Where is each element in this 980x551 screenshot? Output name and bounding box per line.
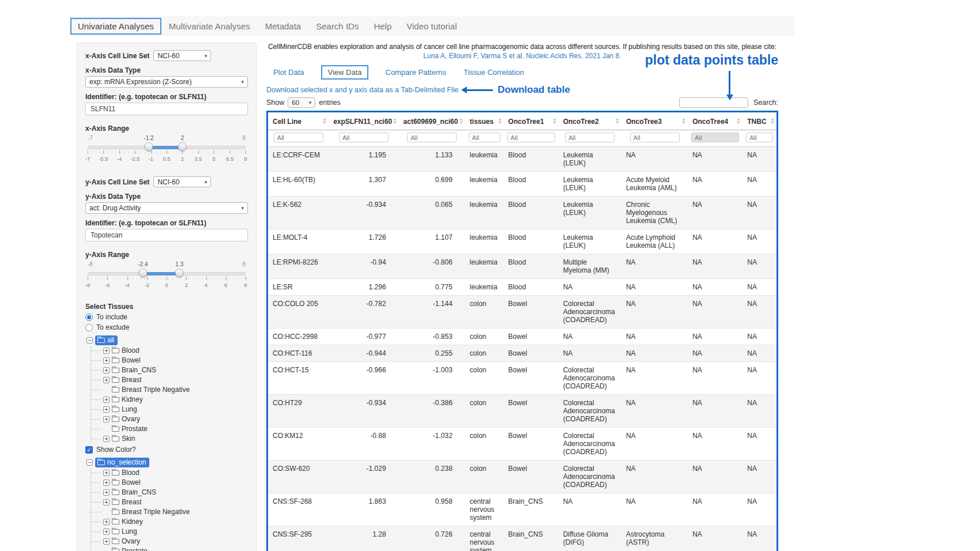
table-row[interactable]: CO:COLO 205-0.782-1.144colonBowelColorec…	[268, 296, 777, 329]
filter-input-tnbc[interactable]	[746, 133, 773, 142]
include-tree-item-ovary[interactable]: +Ovary	[97, 414, 248, 424]
table-row[interactable]: CO:HCT-116-0.9440.255colonBowelNANANANA	[268, 345, 777, 362]
sort-icon[interactable]	[616, 118, 619, 124]
filter-input-oncotree4[interactable]	[691, 133, 739, 142]
y-axis-cell-line-set-select[interactable]: NCI-60 ▾	[153, 176, 211, 187]
table-row[interactable]: LE:HL-60(TB)1.3070.699leukemiaBloodLeuke…	[268, 172, 777, 197]
tab-view-data[interactable]: View Data	[321, 65, 368, 80]
tab-compare-patterns[interactable]: Compare Patterns	[386, 68, 447, 77]
table-row[interactable]: LE:SR1.2960.775leukemiaBloodNANANANA	[268, 279, 777, 296]
expand-icon[interactable]: +	[103, 470, 110, 476]
table-row[interactable]: CO:KM12-0.88-1.032colonBowelColorectal A…	[268, 428, 777, 461]
include-tree-item-brain-cns[interactable]: +Brain_CNS	[97, 365, 248, 375]
sort-icon[interactable]	[682, 118, 685, 124]
expand-icon[interactable]: +	[103, 377, 110, 383]
include-tree-item-breast-triple-negative[interactable]: Breast Triple Negative	[97, 385, 248, 394]
expand-icon[interactable]: +	[103, 406, 110, 413]
selection-tree-item-breast[interactable]: +Breast	[97, 497, 248, 507]
table-row[interactable]: LE:CCRF-CEM1.1951.133leukemiaBloodLeukem…	[268, 147, 777, 172]
include-tree-item-prostate[interactable]: Prostate	[97, 424, 248, 433]
table-row[interactable]: CNS:SF-2951.280.726central nervous syste…	[268, 526, 777, 551]
x-axis-range-slider[interactable]: -78-1.22-7-5.5-4-2.5-10.523.556.58	[88, 135, 246, 167]
selection-tree-item-ovary[interactable]: +Ovary	[97, 537, 248, 546]
selection-tree-item-blood[interactable]: +Blood	[97, 468, 248, 477]
include-tree-item-blood[interactable]: +Blood	[97, 346, 248, 355]
col-header-tissues[interactable]: tissues	[465, 112, 504, 130]
nav-item-search-ids[interactable]: Search IDs	[308, 18, 366, 35]
search-input[interactable]	[679, 97, 748, 108]
col-header-act609699-nci60[interactable]: act609699_nci60	[399, 112, 465, 130]
col-header-oncotree1[interactable]: OncoTree1	[504, 112, 559, 130]
y-axis-data-type-select[interactable]: act: Drug Activity ▾	[85, 202, 248, 214]
tissues-include-radio[interactable]: To include	[85, 313, 248, 321]
expand-icon[interactable]: +	[103, 436, 110, 442]
filter-input-oncotree2[interactable]	[565, 133, 615, 142]
include-collapse-icon[interactable]: −	[86, 337, 93, 344]
citation-link[interactable]: Luna A, Elloumi F, Varma S et al. Nuclei…	[423, 52, 621, 60]
filter-input-expslfn11-nci60[interactable]	[339, 133, 389, 142]
sort-icon[interactable]	[498, 118, 502, 124]
expand-icon[interactable]: +	[103, 348, 110, 354]
nav-item-multivariate-analyses[interactable]: Multivariate Analyses	[161, 18, 258, 35]
y-slider-handle-to[interactable]	[175, 269, 184, 277]
col-header-expslfn11-nci60[interactable]: expSLFN11_nci60	[329, 112, 398, 130]
filter-input-oncotree1[interactable]	[507, 133, 555, 142]
x-axis-data-type-select[interactable]: exp: mRNA Expression (Z-Score) ▾	[85, 76, 248, 88]
sort-icon[interactable]	[737, 118, 740, 124]
col-header-oncotree3[interactable]: OncoTree3	[621, 112, 688, 130]
selection-tree-item-bowel[interactable]: +Bowel	[97, 478, 248, 487]
nav-item-metadata[interactable]: Metadata	[258, 18, 309, 35]
include-tree-item-bowel[interactable]: +Bowel	[97, 356, 248, 365]
x-slider-handle-to[interactable]	[178, 142, 187, 151]
table-row[interactable]: CNS:SF-2681.8630.958central nervous syst…	[268, 493, 777, 526]
table-row[interactable]: LE:MOLT-41.7261.107leukemiaBloodLeukemia…	[268, 229, 777, 254]
include-tree-root[interactable]: all	[95, 335, 118, 345]
expand-icon[interactable]: +	[103, 357, 110, 364]
x-axis-identifier-input[interactable]	[85, 103, 248, 115]
include-tree-item-kidney[interactable]: +Kidney	[97, 395, 248, 404]
download-link[interactable]: Download selected x and y axis data as a…	[266, 86, 458, 94]
col-header-cell-line[interactable]: Cell Line	[268, 112, 329, 130]
table-row[interactable]: CO:HCT-15-0.966-1.003colonBowelColorecta…	[268, 362, 777, 395]
expand-icon[interactable]: +	[103, 519, 110, 525]
sort-icon[interactable]	[323, 118, 326, 124]
selection-tree-root[interactable]: no_selection	[95, 458, 149, 467]
nav-item-help[interactable]: Help	[366, 18, 399, 35]
x-axis-cell-line-set-select[interactable]: NCI-60 ▾	[153, 50, 211, 61]
table-row[interactable]: LE:K-562-0.9340.065leukemiaBloodLeukemia…	[268, 197, 777, 229]
selection-tree-item-lung[interactable]: +Lung	[97, 527, 248, 536]
tab-plot-data[interactable]: Plot Data	[273, 68, 304, 77]
include-tree-item-breast[interactable]: +Breast	[97, 375, 248, 384]
table-row[interactable]: CO:HCC-2998-0.977-0.853colonBowelNANANAN…	[268, 329, 777, 345]
col-header-oncotree4[interactable]: OncoTree4	[688, 112, 742, 130]
sort-icon[interactable]	[553, 118, 556, 124]
y-axis-identifier-input[interactable]	[85, 229, 248, 241]
sort-icon[interactable]	[771, 118, 774, 124]
sort-icon[interactable]	[393, 118, 397, 124]
nav-item-video-tutorial[interactable]: Video tutorial	[399, 18, 464, 35]
y-axis-range-slider[interactable]: -88-2.41.3-8-6-4-202468	[88, 261, 246, 293]
selection-tree-item-prostate[interactable]: Prostate	[97, 546, 248, 551]
selection-tree-item-brain-cns[interactable]: +Brain_CNS	[97, 488, 248, 497]
expand-icon[interactable]: +	[103, 499, 110, 505]
col-header-oncotree2[interactable]: OncoTree2	[559, 112, 621, 130]
x-slider-handle-from[interactable]	[144, 142, 153, 151]
expand-icon[interactable]: +	[103, 367, 110, 373]
table-row[interactable]: CO:SW-620-1.0290.238colonBowelColorectal…	[268, 461, 777, 493]
filter-input-oncotree3[interactable]	[630, 133, 680, 142]
expand-icon[interactable]: +	[103, 489, 110, 496]
nav-item-univariate-analyses[interactable]: Univariate Analyses	[70, 18, 161, 35]
table-row[interactable]: LE:RPMI-8226-0.94-0.806leukemiaBloodMult…	[268, 254, 777, 279]
filter-input-tissues[interactable]	[469, 133, 500, 142]
expand-icon[interactable]: +	[103, 416, 110, 422]
expand-icon[interactable]: +	[103, 529, 110, 535]
table-row[interactable]: CO:HT29-0.934-0.386colonBowelColorectal …	[268, 395, 777, 428]
expand-icon[interactable]: +	[103, 480, 110, 486]
include-tree-item-skin[interactable]: +Skin	[97, 434, 248, 443]
tab-tissue-correlation[interactable]: Tissue Correlation	[463, 68, 524, 77]
expand-icon[interactable]: +	[103, 397, 110, 403]
tissues-exclude-radio[interactable]: To exclude	[85, 323, 248, 331]
expand-icon[interactable]: +	[103, 538, 110, 545]
col-header-tnbc[interactable]: TNBC	[742, 112, 777, 130]
y-slider-handle-from[interactable]	[138, 269, 147, 277]
